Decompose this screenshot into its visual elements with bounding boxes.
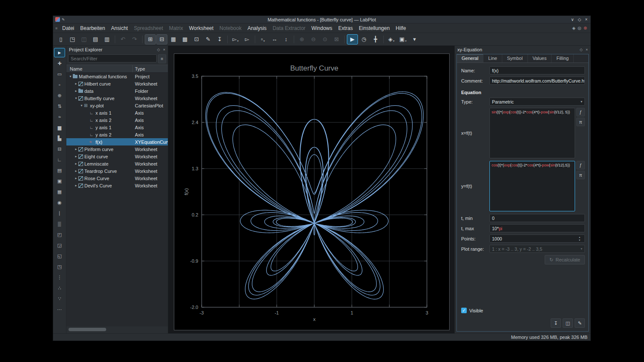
xy-equation-titlebar[interactable]: xy-Equation ◇ × [455, 46, 590, 53]
box-plot-tool[interactable]: ⊟ [54, 144, 65, 154]
y-equation-input[interactable]: cos(t)*(exp(cos(t))-2*cos(4*t)-pow(sin(t… [489, 161, 575, 211]
tree-row-f-x-[interactable]: ≈f(x)XYEquationCurve [66, 138, 168, 145]
toggle-project-explorer-button[interactable]: ⊞ [145, 34, 156, 45]
text-label-tool[interactable]: ▣ [54, 176, 65, 186]
horizontal-scrollbar[interactable] [68, 328, 167, 332]
axis-tool[interactable]: ∟ [54, 155, 65, 164]
menubar-info-icon[interactable]: ◎ [578, 26, 581, 30]
zoom-select-tool[interactable]: ▭ [54, 69, 65, 79]
spin-down-icon[interactable]: ▾ [577, 239, 582, 242]
expander-icon[interactable]: ▾ [79, 104, 84, 107]
align-left-tool[interactable]: ◱ [54, 251, 65, 261]
expander-icon[interactable]: ▸ [74, 147, 78, 151]
tree-row-teardrop-curve[interactable]: ▸Teardrop CurveWorksheet [66, 167, 168, 175]
insert-constant-button[interactable]: π [576, 118, 585, 126]
more-tools[interactable]: ⋯ [54, 305, 65, 314]
tmin-input[interactable]: 0 [489, 214, 585, 222]
menubar-close-icon[interactable]: ⊗ [584, 26, 587, 30]
custom-point-tool[interactable]: ◉ [54, 198, 65, 207]
expander-icon[interactable]: ▸ [74, 162, 78, 166]
pan-tool[interactable]: ✚ [54, 59, 65, 68]
tree-row-piriform-curve[interactable]: ▸Piriform curveWorksheet [66, 145, 168, 153]
menu-item-worksheet[interactable]: Worksheet [186, 24, 216, 32]
import-data-button[interactable]: ↧ [214, 34, 225, 45]
legend-tool[interactable]: ▤ [54, 166, 65, 175]
menu-item-bearbeiten[interactable]: Bearbeiten [77, 24, 108, 32]
spin-up-icon[interactable]: ▴ [577, 236, 582, 239]
insert-function-button[interactable]: ƒ [576, 161, 585, 169]
presenter-dropdown[interactable]: ▣▾ [397, 34, 408, 45]
tab-values[interactable]: Values [528, 54, 552, 62]
expander-icon[interactable]: ▸ [74, 176, 78, 180]
menu-item-datei[interactable]: Datei [59, 24, 77, 32]
fit-width-button[interactable]: ↔ [269, 34, 280, 45]
tree-row-x-axis-2[interactable]: ∟x axis 2Axis [66, 116, 168, 124]
tree-row-rose-curve[interactable]: ▸Rose CurveWorksheet [66, 175, 168, 182]
cursor-mode-button[interactable]: ╋ [370, 34, 381, 45]
toolbar-overflow-button[interactable]: ▾ [409, 34, 420, 45]
tree-row-y-axis-1[interactable]: ∟y axis 1Axis [66, 124, 168, 131]
align-right-tool[interactable]: ◳ [54, 262, 65, 271]
tree-row-data[interactable]: ▸dataFolder [66, 87, 168, 95]
save-as-button[interactable]: ✎ [575, 318, 585, 328]
expander-icon[interactable]: ▸ [74, 169, 78, 173]
tree-row-eight-curve[interactable]: ▸Eight curveWorksheet [66, 153, 168, 160]
comment-input[interactable]: http://mathworld.wolfram.com/ButterflyCu… [489, 77, 585, 85]
tree-row-lemniscate[interactable]: ▸LemniscateWorksheet [66, 160, 168, 167]
column-header-name[interactable]: Name [66, 65, 133, 72]
split-view-tool[interactable]: ⇅ [54, 101, 65, 111]
project-explorer-titlebar[interactable]: Project Explorer ◇ × [66, 46, 168, 53]
distribute-tool[interactable]: ⋮ [54, 273, 65, 282]
reference-range-tool[interactable]: ▒ [54, 219, 65, 228]
tmax-input[interactable]: 10*pi [489, 224, 585, 232]
menu-item-ansicht[interactable]: Ansicht [108, 24, 131, 32]
histogram-tool[interactable]: ▆ [54, 123, 65, 132]
new-worksheet-button[interactable]: ⊡ [191, 34, 202, 45]
expander-icon[interactable]: ▾ [68, 74, 73, 78]
density-tool[interactable]: ∵ [54, 294, 65, 303]
crosshair-tool[interactable]: ⊕ [54, 91, 65, 100]
print-button[interactable]: ▤ [90, 34, 101, 45]
insert-function-button[interactable]: ƒ [576, 108, 585, 116]
window-maximize-button[interactable]: ◇ [578, 18, 581, 22]
menu-item-hilfe[interactable]: Hilfe [393, 24, 409, 32]
scatter-tool[interactable]: ∴ [54, 283, 65, 293]
tree-row-mathematical-functions[interactable]: ▾Mathematical functionsProject [66, 73, 168, 80]
tree-row-xy-plot[interactable]: ▾⊞xy-plotCartesianPlot [66, 102, 168, 109]
cursor-tool[interactable]: ► [54, 48, 65, 57]
window-shade-button[interactable]: ∨ [571, 18, 574, 22]
expander-icon[interactable]: ▸ [74, 184, 78, 187]
menu-item-extras[interactable]: Extras [335, 24, 356, 32]
menu-item-analysis[interactable]: Analysis [244, 24, 270, 32]
zoom-mode-button[interactable]: ◷ [358, 34, 370, 45]
visible-checkbox[interactable]: ✓ [461, 308, 467, 313]
expander-icon[interactable]: ▸ [74, 154, 78, 158]
title-bar[interactable]: ✎ Mathematical functions - [Butterfly cu… [53, 16, 590, 24]
tab-line[interactable]: Line [483, 54, 502, 62]
tree-row-x-axis-1[interactable]: ∟x axis 1Axis [66, 109, 168, 116]
resize-tool[interactable]: ◲ [54, 240, 65, 250]
search-input[interactable] [68, 54, 157, 62]
magnification-dropdown[interactable]: ◈▾ [386, 34, 397, 45]
new-spreadsheet-button[interactable]: ▦ [168, 34, 179, 45]
info-element-tool[interactable]: ◰ [54, 230, 65, 239]
select-mode-button[interactable]: ▫▾ [257, 34, 268, 45]
expander-icon[interactable]: ▸ [74, 89, 78, 93]
tab-symbol[interactable]: Symbol [502, 54, 528, 62]
tree-row-y-axis-2[interactable]: ∟y axis 2Axis [66, 131, 168, 138]
tree-row-hilbert-curve[interactable]: ▸Hilbert curveWorksheet [66, 80, 168, 87]
menu-item-einstellungen[interactable]: Einstellungen [356, 24, 393, 32]
dock-close-button[interactable]: × [163, 47, 165, 52]
expander-icon[interactable]: ▾ [74, 96, 78, 100]
save-button[interactable]: ◫ [563, 318, 573, 328]
worksheet-view[interactable]: -3-1133.52.41.30.2-0.9-2.0Butterfly Curv… [168, 46, 454, 333]
open-project-button[interactable]: ◳ [67, 34, 78, 45]
dock-close-button[interactable]: × [586, 47, 588, 52]
new-live-data-button[interactable]: ▻▾ [230, 34, 241, 45]
tree-row-devil-s-curve[interactable]: ▸Devil's CurveWorksheet [66, 182, 168, 189]
tab-filling[interactable]: Filling [552, 54, 574, 62]
points-spinbox[interactable]: 1000 ▴ ▾ [489, 234, 585, 243]
navigate-mode-button[interactable]: ▶ [347, 34, 358, 45]
fit-height-button[interactable]: ↕ [280, 34, 292, 45]
new-matrix-button[interactable]: ▩ [179, 34, 191, 45]
